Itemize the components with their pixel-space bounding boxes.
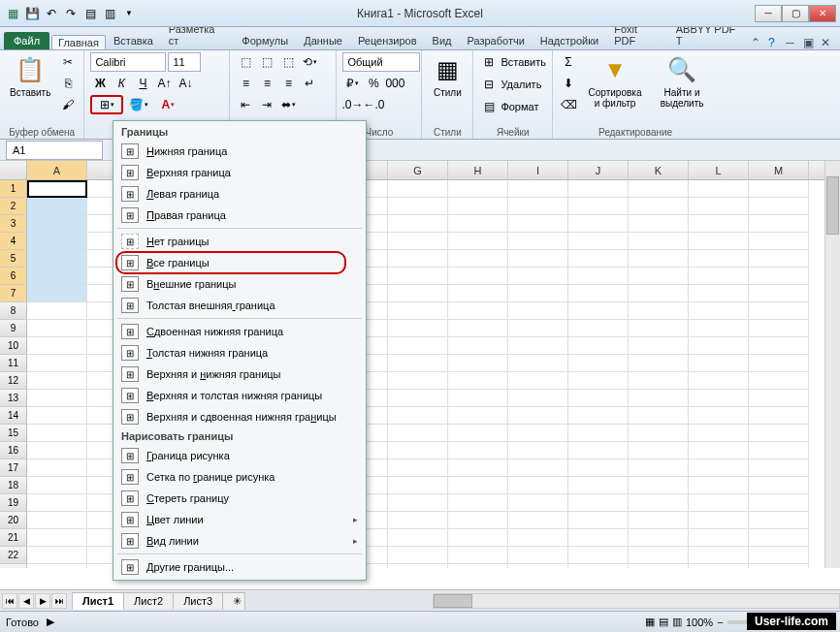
- cell[interactable]: [388, 407, 448, 425]
- find-select-button[interactable]: 🔍 Найти и выделить: [652, 52, 712, 111]
- file-tab[interactable]: Файл: [4, 32, 49, 49]
- percent-icon[interactable]: %: [364, 74, 383, 93]
- cell[interactable]: [27, 180, 87, 198]
- cell[interactable]: [448, 390, 508, 407]
- row-header[interactable]: 15: [0, 425, 27, 442]
- autosum-icon[interactable]: Σ: [559, 52, 578, 72]
- row-header[interactable]: 23: [0, 564, 27, 568]
- cell[interactable]: [689, 285, 749, 302]
- align-left-icon[interactable]: ≡: [236, 74, 255, 93]
- cell[interactable]: [689, 355, 749, 372]
- view-layout-icon[interactable]: ▤: [659, 616, 668, 628]
- cell[interactable]: [508, 320, 568, 337]
- format-painter-icon[interactable]: 🖌: [58, 95, 78, 114]
- cell[interactable]: [388, 512, 448, 529]
- sheet-tab[interactable]: Лист3: [173, 592, 223, 609]
- cell[interactable]: [749, 494, 809, 512]
- cell[interactable]: [448, 425, 508, 442]
- cell[interactable]: [508, 250, 568, 268]
- align-top-icon[interactable]: ⬚: [236, 52, 255, 72]
- menu-item[interactable]: ⊞Толстая внешняя граница: [113, 295, 366, 316]
- cell[interactable]: [388, 285, 448, 302]
- column-header[interactable]: K: [629, 161, 689, 179]
- cell[interactable]: [629, 494, 689, 512]
- bold-button[interactable]: Ж: [90, 74, 110, 93]
- sheet-tab[interactable]: Лист1: [72, 592, 124, 610]
- cell[interactable]: [749, 512, 809, 529]
- cell[interactable]: [689, 215, 749, 233]
- qat-dropdown-icon[interactable]: ▼: [120, 5, 138, 22]
- cell[interactable]: [749, 407, 809, 425]
- menu-item[interactable]: ⊞Верхняя граница: [113, 162, 366, 183]
- menu-item[interactable]: ⊞Цвет линии▸: [113, 509, 366, 530]
- align-middle-icon[interactable]: ⬚: [257, 52, 276, 72]
- cell[interactable]: [448, 180, 508, 198]
- menu-item[interactable]: ⊞Другие границы...: [113, 556, 366, 578]
- cell[interactable]: [448, 407, 508, 425]
- cell[interactable]: [749, 425, 809, 442]
- cell[interactable]: [508, 390, 568, 407]
- column-header[interactable]: J: [568, 161, 629, 179]
- column-header[interactable]: M: [749, 161, 809, 179]
- zoom-out-button[interactable]: −: [717, 616, 723, 628]
- comma-icon[interactable]: 000: [385, 74, 404, 93]
- row-header[interactable]: 10: [0, 337, 27, 355]
- cell[interactable]: [749, 459, 809, 477]
- copy-icon[interactable]: ⎘: [58, 74, 78, 93]
- view-break-icon[interactable]: ▥: [672, 616, 682, 628]
- format-cells-button[interactable]: ▤Формат: [479, 97, 546, 116]
- cell[interactable]: [388, 477, 448, 494]
- cell[interactable]: [629, 477, 689, 494]
- new-sheet-button[interactable]: ✳: [222, 592, 245, 610]
- cell[interactable]: [27, 477, 87, 494]
- menu-item[interactable]: ⊞Правая граница: [113, 205, 366, 226]
- increase-indent-icon[interactable]: ⇥: [257, 95, 276, 114]
- qat-item-icon[interactable]: ▥: [101, 5, 118, 22]
- cell[interactable]: [629, 250, 689, 268]
- zoom-level[interactable]: 100%: [686, 616, 713, 628]
- cell[interactable]: [508, 442, 568, 459]
- cell[interactable]: [689, 512, 749, 529]
- vertical-scrollbar[interactable]: [824, 161, 840, 568]
- cell[interactable]: [448, 372, 508, 390]
- cell[interactable]: [388, 355, 448, 372]
- cell[interactable]: [448, 233, 508, 250]
- row-header[interactable]: 3: [0, 215, 27, 233]
- maximize-button[interactable]: ▢: [782, 5, 809, 22]
- help-icon[interactable]: ?: [768, 36, 782, 49]
- minimize-button[interactable]: ─: [755, 5, 782, 22]
- orientation-icon[interactable]: ⟲: [300, 52, 319, 72]
- cell[interactable]: [508, 407, 568, 425]
- cell[interactable]: [388, 547, 448, 564]
- cell[interactable]: [629, 355, 689, 372]
- cell[interactable]: [568, 250, 629, 268]
- sheet-tab[interactable]: Лист2: [123, 592, 174, 609]
- sheet-first-icon[interactable]: ⏮: [2, 593, 17, 609]
- menu-item[interactable]: ⊞Граница рисунка: [113, 445, 366, 466]
- row-header[interactable]: 18: [0, 477, 27, 494]
- cell[interactable]: [27, 407, 87, 425]
- cell[interactable]: [629, 320, 689, 337]
- cell[interactable]: [568, 372, 629, 390]
- cell[interactable]: [27, 425, 87, 442]
- underline-button[interactable]: Ч: [133, 74, 152, 93]
- menu-item[interactable]: ⊞Стереть границу: [113, 488, 366, 509]
- cell[interactable]: [27, 337, 87, 355]
- tab-insert[interactable]: Вставка: [106, 32, 161, 49]
- cell[interactable]: [508, 494, 568, 512]
- row-header[interactable]: 14: [0, 407, 27, 425]
- cell[interactable]: [27, 512, 87, 529]
- row-header[interactable]: 22: [0, 547, 27, 564]
- cell[interactable]: [749, 250, 809, 268]
- doc-restore-icon[interactable]: ▣: [803, 36, 817, 49]
- cell[interactable]: [27, 372, 87, 390]
- menu-item[interactable]: ⊞Верхняя и нижняя границы: [113, 363, 366, 385]
- cell[interactable]: [629, 285, 689, 302]
- cell[interactable]: [689, 250, 749, 268]
- cell[interactable]: [27, 459, 87, 477]
- menu-item[interactable]: ⊞Сетка по границе рисунка: [113, 466, 366, 488]
- cell[interactable]: [27, 547, 87, 564]
- menu-item[interactable]: ⊞Верхняя и сдвоенная нижняя границы: [113, 406, 366, 427]
- cell[interactable]: [508, 180, 568, 198]
- column-header[interactable]: A: [27, 161, 87, 179]
